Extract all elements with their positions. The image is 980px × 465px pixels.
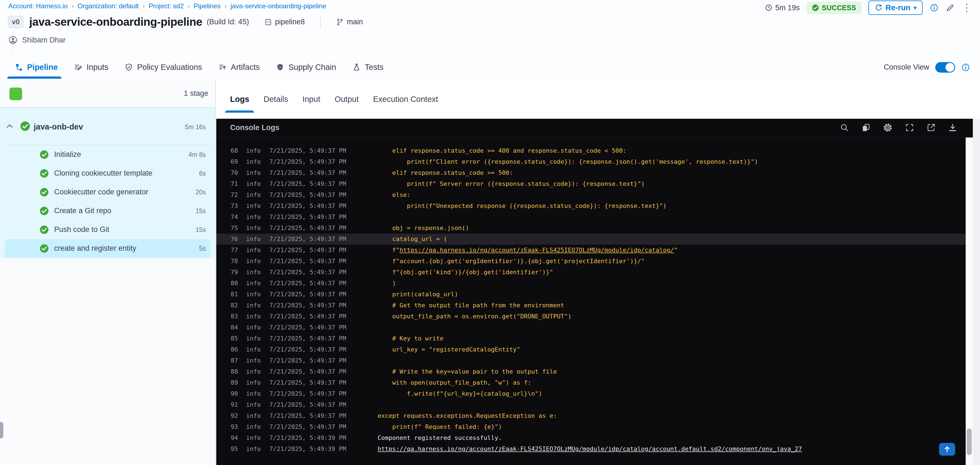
scroll-to-top-button[interactable]	[939, 443, 955, 455]
open-in-new-icon[interactable]	[926, 123, 936, 132]
step-duration: 15s	[196, 226, 206, 233]
breadcrumb-item[interactable]: Project: sd2	[149, 2, 184, 10]
tab-policy-evaluations[interactable]: Policy Evaluations	[124, 63, 202, 72]
detail-tab-input[interactable]: Input	[302, 95, 321, 104]
log-timestamp: 7/21/2025, 5:49:37 PM	[269, 222, 372, 233]
step-item[interactable]: create and register entity5s	[5, 239, 210, 258]
info-icon[interactable]	[930, 3, 939, 12]
tab-inputs[interactable]: Inputs	[74, 63, 108, 72]
log-message: print(f" Request failed: {e}")	[378, 421, 973, 432]
log-line-number: 74	[231, 211, 240, 222]
log-line: 75info7/21/2025, 5:49:37 PM obj = respon…	[216, 222, 973, 233]
log-line-number: 84	[231, 322, 240, 333]
log-message: https://qa.harness.io/ng/account/zEaak-F…	[378, 443, 973, 454]
log-line: 68info7/21/2025, 5:49:37 PM elif respons…	[216, 145, 973, 156]
log-message: f.write(f"{url_key}={catalog_url}\n")	[378, 388, 973, 399]
more-options-icon[interactable]: ⋮	[962, 3, 972, 13]
success-check-icon	[812, 4, 819, 11]
step-item[interactable]: Cookiecutter code generator20s	[5, 183, 210, 202]
detail-tab-details[interactable]: Details	[263, 95, 289, 104]
log-level: info	[246, 289, 264, 300]
log-line: 80info7/21/2025, 5:49:37 PM )	[216, 278, 973, 289]
tab-pipeline[interactable]: Pipeline	[14, 63, 58, 72]
detail-tabs: LogsDetailsInputOutputExecution Context	[229, 80, 439, 119]
step-item[interactable]: Cloning cookiecutter template6s	[5, 164, 210, 183]
log-link[interactable]: https://qa.harness.io/ng/account/zEaak-F…	[378, 445, 802, 452]
stage-status-square[interactable]	[10, 87, 22, 100]
log-line-number: 87	[231, 355, 240, 366]
log-level: info	[246, 156, 264, 167]
step-item[interactable]: Create a Git repo15s	[5, 202, 210, 221]
console-log-body[interactable]: 68info7/21/2025, 5:49:37 PM elif respons…	[216, 138, 973, 465]
pipeline-ref[interactable]: pipeline8	[264, 17, 305, 26]
log-timestamp: 7/21/2025, 5:49:37 PM	[269, 311, 372, 322]
stage-name: java-onb-dev	[34, 122, 83, 132]
log-line: 77info7/21/2025, 5:49:37 PM f"https://qa…	[216, 244, 973, 256]
branch-ref[interactable]: main	[336, 17, 363, 26]
log-line-number: 89	[231, 377, 240, 388]
step-item[interactable]: Initialize4m 8s	[5, 145, 210, 164]
edit-pencil-icon[interactable]	[946, 3, 955, 12]
module-tabs: PipelineInputsPolicy EvaluationsArtifact…	[14, 55, 383, 79]
log-level: info	[246, 377, 264, 388]
tab-artifacts[interactable]: Artifacts	[218, 63, 260, 72]
download-icon[interactable]	[948, 123, 957, 132]
console-view-info-icon[interactable]	[961, 63, 970, 72]
log-level: info	[246, 178, 264, 189]
log-line: 74info7/21/2025, 5:49:37 PM	[216, 211, 973, 222]
stage-row[interactable]: java-onb-dev 5m 16s	[0, 108, 215, 145]
console-scrollbar-track[interactable]	[966, 138, 973, 465]
user-avatar-icon	[8, 35, 18, 45]
stage-section: java-onb-dev 5m 16s Initialize4m 8sCloni…	[0, 108, 215, 258]
tab-label: Pipeline	[27, 63, 58, 72]
breadcrumb-item[interactable]: Account: Harness.io	[8, 2, 68, 10]
log-message	[378, 355, 973, 366]
tab-supply-chain[interactable]: Supply Chain	[276, 63, 336, 72]
log-level: info	[246, 167, 264, 178]
breadcrumb-item[interactable]: Organization: default	[78, 2, 138, 10]
log-link[interactable]: https://qa.harness.io/ng/account/zEaak-F…	[399, 247, 674, 254]
breadcrumb-item[interactable]: Pipelines	[194, 2, 220, 10]
log-message: # Get the output file path from the envi…	[378, 300, 973, 311]
log-message: url_key = "registeredCatalogEntity"	[378, 344, 973, 355]
console-scrollbar-thumb[interactable]	[967, 428, 972, 455]
log-message: with open(output_file_path, "w") as f:	[378, 377, 973, 388]
console-title: Console Logs	[230, 124, 280, 132]
fullscreen-icon[interactable]	[905, 123, 914, 132]
log-message: except requests.exceptions.RequestExcept…	[378, 410, 973, 421]
step-duration: 4m 8s	[188, 151, 206, 159]
breadcrumb-item[interactable]: java-service-onboarding-pipeline	[231, 2, 326, 10]
log-line-number: 95	[231, 443, 240, 454]
log-timestamp: 7/21/2025, 5:49:37 PM	[269, 267, 372, 278]
log-timestamp: 7/21/2025, 5:49:37 PM	[269, 333, 372, 344]
log-line-number: 83	[231, 311, 240, 322]
log-line: 94info7/21/2025, 5:49:39 PMComponent reg…	[216, 432, 973, 443]
detail-tab-logs[interactable]: Logs	[229, 95, 250, 104]
console-view-label: Console View	[884, 63, 929, 71]
log-line-number: 71	[231, 178, 240, 189]
detail-tab-execution-context[interactable]: Execution Context	[372, 95, 439, 104]
settings-gear-icon[interactable]	[883, 122, 893, 133]
log-timestamp: 7/21/2025, 5:49:37 PM	[269, 178, 372, 189]
log-timestamp: 7/21/2025, 5:49:37 PM	[269, 366, 372, 377]
search-icon[interactable]	[840, 123, 849, 132]
console-view-toggle[interactable]	[935, 62, 955, 73]
panel-resize-handle[interactable]	[0, 422, 3, 438]
step-label: create and register entity	[54, 244, 136, 253]
tab-tests[interactable]: Tests	[352, 63, 383, 72]
log-level: info	[246, 355, 264, 366]
rerun-button[interactable]: Re-run ▾	[869, 0, 923, 15]
log-level: info	[246, 388, 264, 399]
copy-icon[interactable]	[861, 123, 870, 132]
tab-label: Policy Evaluations	[137, 63, 202, 72]
detail-tab-output[interactable]: Output	[334, 95, 359, 104]
log-level: info	[246, 399, 264, 410]
step-item[interactable]: Push code to Git15s	[5, 221, 210, 239]
step-duration: 20s	[196, 189, 206, 196]
log-message: print(catalog_url)	[378, 289, 973, 300]
log-line-number: 85	[231, 333, 240, 344]
chevron-up-icon[interactable]	[6, 122, 14, 130]
duration-label: 5m 19s	[775, 3, 800, 12]
caret-down-icon: ▾	[914, 5, 916, 11]
log-level: info	[246, 410, 264, 421]
